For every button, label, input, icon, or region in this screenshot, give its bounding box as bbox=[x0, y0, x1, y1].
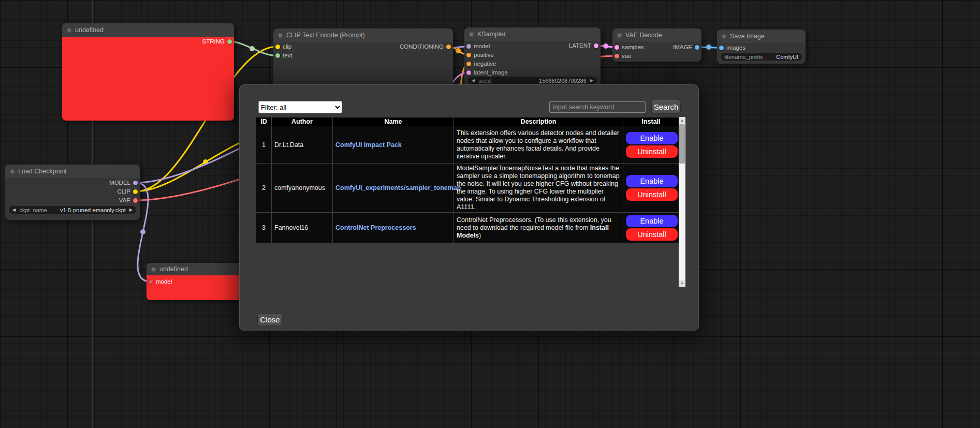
extension-link[interactable]: ComfyUI_experiments/sampler_tonemap bbox=[335, 184, 461, 191]
uninstall-button[interactable]: Uninstall bbox=[626, 228, 678, 241]
input-slot-model[interactable]: model bbox=[149, 277, 172, 286]
slot-dot-clip-icon[interactable] bbox=[275, 45, 280, 49]
slot-dot-images-icon[interactable] bbox=[719, 46, 724, 50]
slot-dot-model-out-icon[interactable] bbox=[133, 181, 138, 185]
slot-dot-vae-out-icon[interactable] bbox=[133, 198, 138, 203]
node-body: MODEL CLIP VAE ◀ ckpt_name v1-5-pruned-e… bbox=[5, 178, 140, 220]
node-graph-canvas[interactable]: undefined STRING CLIP Text Encode (Promp… bbox=[0, 0, 980, 428]
col-header-author: Author bbox=[272, 117, 333, 126]
slot-dot-latent-icon[interactable] bbox=[466, 70, 471, 75]
description-text: ) bbox=[479, 232, 481, 239]
node-title: CLIP Text Encode (Prompt) bbox=[286, 32, 365, 39]
node-vae-decode[interactable]: VAE Decode samples vae IMAGE bbox=[612, 28, 701, 62]
decrement-arrow-icon[interactable]: ◀ bbox=[472, 78, 475, 83]
increment-arrow-icon[interactable]: ▶ bbox=[129, 208, 133, 212]
collapse-dot-icon[interactable] bbox=[722, 34, 726, 39]
slot-dot-latent-out-icon[interactable] bbox=[594, 43, 598, 48]
input-slot-positive[interactable]: positive bbox=[466, 51, 494, 59]
input-slot-text[interactable]: text bbox=[275, 51, 292, 60]
description-text: ControlNet Preprocessors. (To use this e… bbox=[457, 216, 611, 231]
output-slot-vae[interactable]: VAE bbox=[119, 196, 138, 204]
enable-button[interactable]: Enable bbox=[626, 215, 678, 227]
table-row: 1 Dr.Lt.Data ComfyUI Impact Pack This ex… bbox=[256, 126, 679, 164]
table-row: 2 comfyanonymous ComfyUI_experiments/sam… bbox=[256, 164, 679, 213]
filename-prefix-widget[interactable]: filename_prefix ComfyUI bbox=[721, 53, 802, 61]
uninstall-button[interactable]: Uninstall bbox=[626, 145, 678, 158]
extension-link[interactable]: ControlNet Preprocessors bbox=[335, 224, 416, 231]
collapse-dot-icon[interactable] bbox=[617, 33, 622, 38]
output-slot-latent[interactable]: LATENT bbox=[569, 41, 598, 50]
input-slot-model[interactable]: model bbox=[466, 42, 490, 50]
output-slot-model[interactable]: MODEL bbox=[109, 179, 138, 187]
node-title-bar[interactable]: KSampler bbox=[464, 27, 601, 41]
collapse-dot-icon[interactable] bbox=[469, 32, 474, 37]
slot-dot-negative-icon[interactable] bbox=[466, 62, 471, 66]
decrement-arrow-icon[interactable]: ◀ bbox=[12, 208, 16, 212]
input-slot-vae[interactable]: vae bbox=[615, 52, 632, 60]
slot-dot-text-icon[interactable] bbox=[275, 53, 280, 58]
node-body: model bbox=[147, 275, 250, 300]
node-title-bar[interactable]: CLIP Text Encode (Prompt) bbox=[273, 28, 453, 42]
input-slot-negative[interactable]: negative bbox=[466, 60, 496, 68]
slot-dot-model-icon[interactable] bbox=[149, 279, 153, 284]
table-scrollbar[interactable]: ▲ ▼ bbox=[679, 117, 685, 287]
output-slot-clip[interactable]: CLIP bbox=[117, 187, 138, 196]
node-ksampler[interactable]: KSampler model positive negative latent_… bbox=[464, 27, 601, 90]
output-slot-conditioning[interactable]: CONDITIONING bbox=[400, 42, 451, 51]
collapse-dot-icon[interactable] bbox=[10, 169, 14, 174]
node-undefined-bottom[interactable]: undefined model bbox=[147, 263, 250, 300]
ckpt-name-widget[interactable]: ◀ ckpt_name v1-5-pruned-emaonly.ckpt ▶ bbox=[9, 206, 136, 214]
widget-value: ComfyUI bbox=[776, 54, 798, 60]
slot-dot-conditioning-icon[interactable] bbox=[446, 45, 451, 49]
input-slot-latent-image[interactable]: latent_image bbox=[466, 68, 508, 77]
scroll-up-arrow-icon[interactable]: ▲ bbox=[679, 117, 685, 124]
slot-dot-positive-icon[interactable] bbox=[466, 53, 471, 57]
node-title: VAE Decode bbox=[625, 32, 662, 39]
uninstall-button[interactable]: Uninstall bbox=[626, 188, 678, 201]
output-slot-image[interactable]: IMAGE bbox=[673, 43, 699, 51]
node-title-bar[interactable]: VAE Decode bbox=[612, 28, 701, 42]
extension-link[interactable]: ComfyUI Impact Pack bbox=[335, 141, 402, 149]
node-undefined-top[interactable]: undefined STRING bbox=[62, 23, 234, 121]
slot-dot-samples-icon[interactable] bbox=[615, 45, 619, 50]
node-title-bar[interactable]: Load Checkpoint bbox=[5, 165, 140, 178]
enable-button[interactable]: Enable bbox=[626, 132, 678, 144]
custom-nodes-manager-dialog: Filter: all Search ID Author Name Descri… bbox=[239, 84, 699, 331]
collapse-dot-icon[interactable] bbox=[67, 28, 71, 33]
node-body: model positive negative latent_image LAT… bbox=[464, 41, 601, 90]
cell-description: This extension offers various detector n… bbox=[454, 126, 623, 164]
col-header-description: Description bbox=[454, 117, 623, 126]
output-slot-string[interactable]: STRING bbox=[202, 37, 232, 46]
col-header-id: ID bbox=[256, 117, 272, 126]
node-title-bar[interactable]: undefined bbox=[147, 263, 250, 275]
slot-dot-string-icon[interactable] bbox=[227, 39, 232, 44]
widget-label: filename_prefix bbox=[724, 54, 763, 60]
col-header-name: Name bbox=[333, 117, 454, 126]
scroll-down-arrow-icon[interactable]: ▼ bbox=[679, 280, 685, 287]
node-save-image[interactable]: Save Image images filename_prefix ComfyU… bbox=[717, 29, 806, 64]
input-slot-samples[interactable]: samples bbox=[615, 43, 644, 51]
node-title: Load Checkpoint bbox=[18, 168, 67, 175]
search-input[interactable] bbox=[549, 101, 646, 113]
node-title-bar[interactable]: Save Image bbox=[717, 29, 806, 43]
collapse-dot-icon[interactable] bbox=[278, 33, 283, 38]
slot-dot-image-icon[interactable] bbox=[695, 45, 699, 50]
slot-dot-vae-icon[interactable] bbox=[615, 54, 619, 58]
cell-id: 3 bbox=[256, 213, 272, 243]
slot-dot-clip-out-icon[interactable] bbox=[133, 189, 138, 194]
filter-select[interactable]: Filter: all bbox=[258, 101, 342, 113]
node-load-checkpoint[interactable]: Load Checkpoint MODEL CLIP VAE ◀ ckpt_na… bbox=[5, 165, 140, 220]
increment-arrow-icon[interactable]: ▶ bbox=[590, 78, 593, 83]
scrollbar-thumb[interactable] bbox=[679, 124, 685, 164]
search-button[interactable]: Search bbox=[651, 100, 681, 114]
extensions-table: ID Author Name Description Install 1 Dr.… bbox=[256, 117, 679, 243]
collapse-dot-icon[interactable] bbox=[151, 267, 156, 272]
input-slot-clip[interactable]: clip bbox=[275, 42, 291, 51]
node-title-bar[interactable]: undefined bbox=[62, 23, 234, 37]
enable-button[interactable]: Enable bbox=[626, 175, 678, 187]
seed-widget[interactable]: ◀ seed 156680208700286 ▶ bbox=[468, 77, 597, 84]
link-midpoint-dot bbox=[706, 45, 711, 50]
close-button[interactable]: Close bbox=[257, 313, 283, 326]
input-slot-images[interactable]: images bbox=[719, 43, 745, 52]
slot-dot-model-icon[interactable] bbox=[466, 44, 471, 49]
